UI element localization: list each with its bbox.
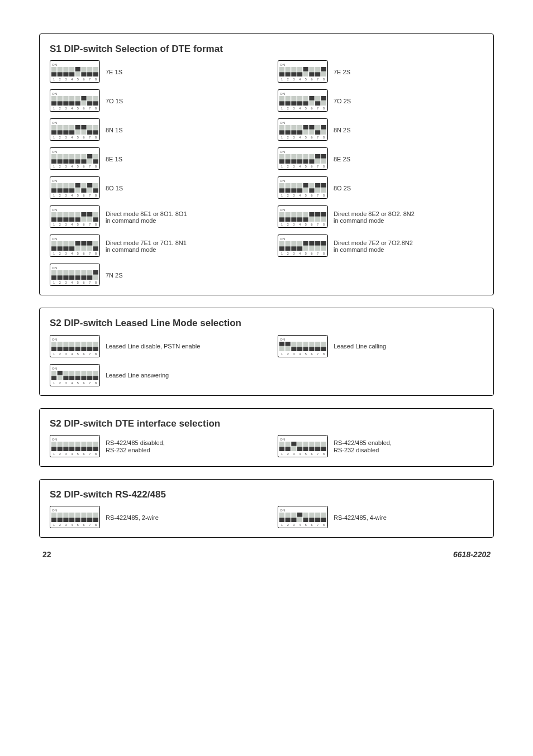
svg-rect-466 [321,347,326,351]
svg-text:3: 3 [293,165,294,168]
svg-rect-350 [297,218,302,222]
svg-rect-119 [75,183,80,188]
dip-item-label: 7E 1S [106,69,122,76]
svg-rect-102 [93,160,98,164]
dip-item: ON123456787E 2S [278,60,483,84]
svg-text:2: 2 [287,165,289,168]
svg-text:7: 7 [89,523,91,527]
dip-item: ON12345678Direct mode 8E1 or 8O1. 8O1 in… [50,205,255,229]
svg-rect-255 [315,102,320,106]
dip-item-label: Direct mode 7E2 or 7O2.8N2 in command mo… [334,240,413,253]
svg-rect-411 [87,347,92,351]
svg-text:6: 6 [83,223,85,226]
svg-rect-295 [291,160,296,164]
svg-rect-148 [81,212,86,217]
svg-text:5: 5 [77,136,79,139]
svg-text:8: 8 [323,165,325,168]
svg-text:7: 7 [89,252,91,255]
dip-switch-icon: ON12345678 [278,89,328,113]
svg-rect-541 [87,518,92,522]
svg-rect-341 [279,218,284,222]
svg-text:ON: ON [52,92,57,95]
svg-rect-318 [285,189,291,193]
svg-rect-24 [93,73,98,77]
svg-text:7: 7 [317,352,318,356]
svg-rect-431 [75,376,80,380]
svg-text:5: 5 [77,78,79,81]
svg-text:6: 6 [311,523,313,527]
svg-text:2: 2 [59,381,61,385]
panel-body: ON12345678RS-422/485, 2-wireON12345678RS… [50,506,483,529]
svg-rect-298 [297,160,302,164]
dip-item-label: 8O 1S [106,185,123,192]
right-column: ON12345678RS-422/485, 4-wire [278,506,483,529]
dip-item: ON12345678RS-422/485, 2-wire [50,506,255,529]
svg-text:5: 5 [305,352,307,356]
svg-rect-515 [315,447,320,451]
svg-rect-64 [69,131,74,135]
svg-rect-512 [309,447,314,451]
svg-rect-217 [291,73,296,77]
svg-rect-526 [58,518,63,522]
svg-rect-289 [279,160,284,164]
svg-text:2: 2 [287,223,289,226]
svg-text:1: 1 [53,452,55,456]
svg-text:3: 3 [65,281,66,284]
svg-text:2: 2 [59,136,61,139]
svg-text:2: 2 [59,523,61,527]
dip-item: ON123456788N 1S [50,118,255,142]
svg-text:6: 6 [311,452,313,456]
dip-switch-icon: ON12345678 [278,176,328,200]
svg-text:4: 4 [71,452,73,456]
svg-text:8: 8 [95,223,97,226]
svg-text:5: 5 [305,107,307,110]
panel-title: S2 DIP-switch DTE interface selection [50,418,483,429]
dip-switch-icon: ON12345678 [50,335,100,358]
svg-text:6: 6 [311,107,313,110]
svg-text:7: 7 [317,165,318,168]
svg-rect-500 [285,447,291,451]
svg-rect-333 [315,183,320,188]
svg-text:7: 7 [89,78,91,81]
svg-rect-188 [58,276,63,280]
svg-rect-324 [297,189,302,193]
svg-text:6: 6 [311,78,313,81]
svg-rect-12 [69,73,74,77]
svg-rect-6 [58,73,63,77]
svg-rect-197 [75,276,80,280]
svg-text:1: 1 [53,136,55,139]
svg-text:4: 4 [71,136,73,139]
dip-item-label: 8N 1S [106,127,123,134]
svg-text:4: 4 [71,107,73,110]
svg-rect-373 [291,247,296,251]
svg-rect-90 [69,160,74,164]
svg-text:6: 6 [311,252,313,255]
doc-id: 6618-2202 [453,550,491,559]
svg-text:4: 4 [71,194,73,197]
svg-rect-538 [81,518,86,522]
svg-rect-93 [75,160,80,164]
left-column: ON12345678RS-422/485 disabled, RS-232 en… [50,435,255,458]
svg-rect-474 [58,447,63,451]
svg-text:7: 7 [317,136,318,139]
dip-item-label: 7O 1S [106,98,123,105]
svg-text:8: 8 [323,352,325,356]
svg-text:8: 8 [95,136,97,139]
svg-rect-278 [309,125,314,130]
svg-rect-503 [291,442,296,446]
dip-switch-icon: ON12345678 [50,435,100,458]
panel: S2 DIP-switch Leased Line Mode selection… [39,308,494,395]
svg-rect-428 [69,376,74,380]
panel-title: S1 DIP-switch Selection of DTE format [50,43,483,55]
dip-switch-icon: ON12345678 [278,118,328,142]
svg-text:2: 2 [287,107,289,110]
svg-rect-133 [51,218,56,222]
svg-text:ON: ON [280,63,285,66]
svg-rect-275 [303,125,308,130]
dip-item-label: 8N 2S [334,127,351,134]
svg-rect-457 [303,347,308,351]
svg-rect-558 [297,513,302,517]
svg-rect-84 [58,160,63,164]
svg-rect-214 [285,73,291,77]
dip-item-label: 7O 2S [334,98,351,105]
